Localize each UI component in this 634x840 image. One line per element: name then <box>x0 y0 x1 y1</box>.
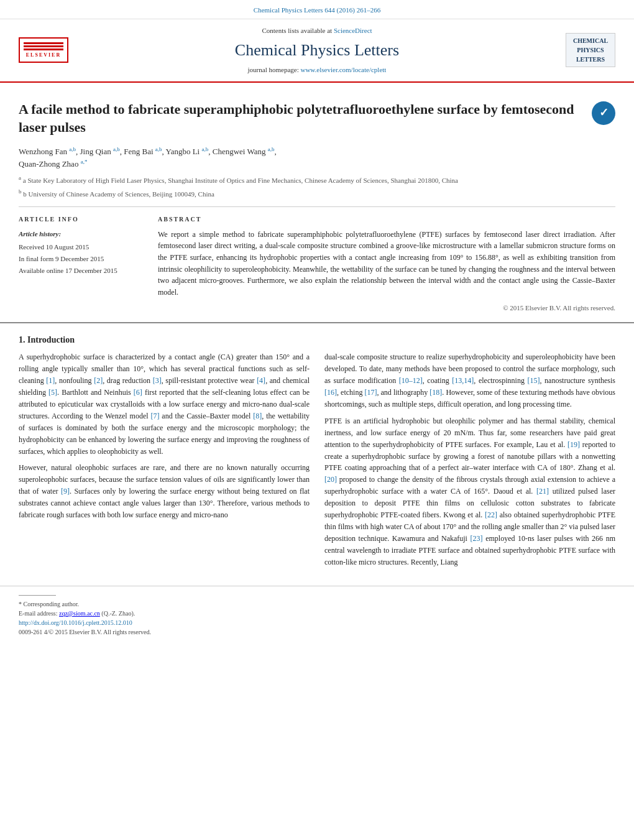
contents-label: Contents lists available at ScienceDirec… <box>75 25 559 36</box>
corresponding-note: * Corresponding author. E-mail address: … <box>19 599 615 618</box>
affiliation-b: b b University of Chinese Academy of Sci… <box>19 188 615 199</box>
article-info-col: ARTICLE INFO Article history: Received 1… <box>19 215 143 313</box>
article-info-header: ARTICLE INFO <box>19 215 143 224</box>
ref-23-link[interactable]: [23] <box>471 534 483 543</box>
journal-header: ELSEVIER Contents lists available at Sci… <box>0 19 634 83</box>
divider-1 <box>19 206 615 207</box>
ref-5-link[interactable]: [5] <box>48 388 57 397</box>
article-info-abstract: ARTICLE INFO Article history: Received 1… <box>0 215 634 313</box>
ref-10-12-link[interactable]: [10–12] <box>399 376 423 385</box>
intro-para-1: A superhydrophobic surface is characteri… <box>19 351 310 458</box>
body-col-right: dual-scale composite structure to realiz… <box>324 351 615 573</box>
abstract-col: ABSTRACT We report a simple method to fa… <box>158 215 615 313</box>
ref-4-link[interactable]: [4] <box>257 376 265 385</box>
intro-para-3: dual-scale composite structure to realiz… <box>324 351 615 410</box>
ref-1-link[interactable]: [1] <box>46 376 55 385</box>
ref-18-link[interactable]: [18] <box>430 388 442 397</box>
doi-text: http://dx.doi.org/10.1016/j.cplett.2015.… <box>19 618 615 637</box>
footnote-section: * Corresponding author. E-mail address: … <box>0 586 634 642</box>
ref-21-link[interactable]: [21] <box>536 487 549 496</box>
body-section: 1. Introduction A superhydrophobic surfa… <box>0 322 634 579</box>
top-bar: Chemical Physics Letters 644 (2016) 261–… <box>0 0 634 19</box>
ref-6-link[interactable]: [6] <box>134 388 142 397</box>
ref-2-link[interactable]: [2] <box>94 376 103 385</box>
doi-link[interactable]: http://dx.doi.org/10.1016/j.cplett.2015.… <box>19 619 132 626</box>
abstract-text: We report a simple method to fabricate s… <box>158 229 615 298</box>
article-section: ✓ A facile method to fabricate superamph… <box>0 83 634 207</box>
footnote-divider <box>19 595 56 596</box>
page: Chemical Physics Letters 644 (2016) 261–… <box>0 0 634 840</box>
ref-17-link[interactable]: [17] <box>364 388 377 397</box>
article-dates: Received 10 August 2015 In final form 9 … <box>19 241 143 276</box>
body-col-left: A superhydrophobic surface is characteri… <box>19 351 310 573</box>
homepage-link[interactable]: www.elsevier.com/locate/cplett <box>300 66 386 73</box>
intro-para-2: However, natural oleophobic surfaces are… <box>19 462 310 521</box>
cpl-logo: CHEMICALPHYSICSLETTERS <box>566 33 615 67</box>
journal-center: Contents lists available at ScienceDirec… <box>75 25 559 75</box>
copyright: © 2015 Elsevier B.V. All rights reserved… <box>158 303 615 313</box>
ref-22-link[interactable]: [22] <box>485 510 497 519</box>
ref-20-link[interactable]: [20] <box>324 475 337 484</box>
ref-16-link[interactable]: [16] <box>324 388 337 397</box>
intro-para-4: PTFE is an artificial hydrophobic but ol… <box>324 415 615 568</box>
journal-title: Chemical Physics Letters <box>75 38 559 62</box>
crossmark-badge[interactable]: ✓ <box>592 101 615 125</box>
ref-7-link[interactable]: [7] <box>150 412 159 420</box>
ref-19-link[interactable]: [19] <box>567 440 580 449</box>
abstract-header: ABSTRACT <box>158 215 615 224</box>
ref-13-14-link[interactable]: [13,14] <box>452 376 474 385</box>
journal-homepage: journal homepage: www.elsevier.com/locat… <box>75 65 559 75</box>
ref-8-link[interactable]: [8] <box>253 412 262 420</box>
ref-15-link[interactable]: [15] <box>527 376 540 385</box>
crossmark-icon: ✓ <box>592 101 615 125</box>
journal-issue-link[interactable]: Chemical Physics Letters 644 (2016) 261–… <box>254 6 380 14</box>
sciencedirect-link[interactable]: ScienceDirect <box>334 27 372 34</box>
email-link[interactable]: zqz@siom.ac.cn <box>59 610 100 617</box>
article-title: A facile method to fabricate superamphip… <box>19 100 615 137</box>
history-label: Article history: <box>19 229 143 239</box>
ref-3-link[interactable]: [3] <box>153 376 162 385</box>
elsevier-name: ELSEVIER <box>24 52 63 59</box>
ref-9-link[interactable]: [9] <box>61 487 70 496</box>
cpl-abbreviation: CHEMICALPHYSICSLETTERS <box>569 36 612 64</box>
affiliation-a: a a State Key Laboratory of High Field L… <box>19 174 615 185</box>
elsevier-logo: ELSEVIER <box>19 37 68 63</box>
body-two-col: A superhydrophobic surface is characteri… <box>19 351 615 573</box>
section-1-title: 1. Introduction <box>19 333 615 346</box>
authors: Wenzhong Fan a,b, Jing Qian a,b, Feng Ba… <box>19 145 615 170</box>
